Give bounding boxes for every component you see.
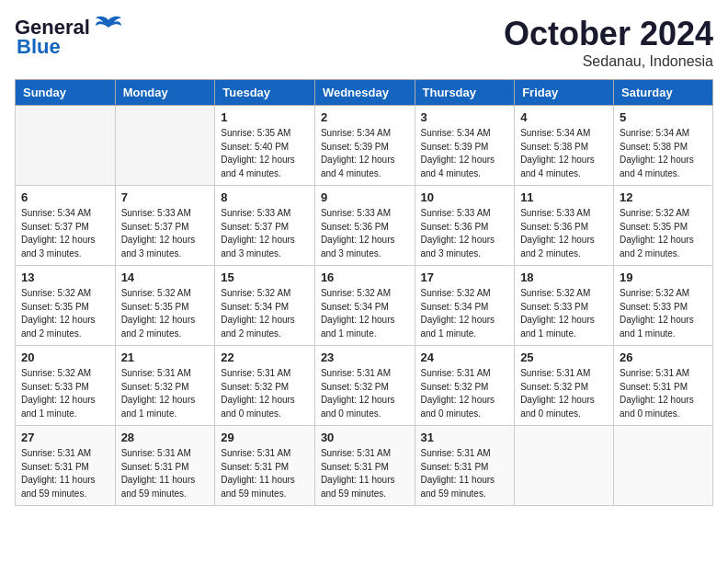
day-number: 12 bbox=[620, 190, 707, 204]
calendar-cell: 5Sunrise: 5:34 AM Sunset: 5:38 PM Daylig… bbox=[614, 106, 713, 186]
calendar-cell: 4Sunrise: 5:34 AM Sunset: 5:38 PM Daylig… bbox=[515, 106, 614, 186]
day-info: Sunrise: 5:31 AM Sunset: 5:31 PM Dayligh… bbox=[221, 447, 309, 500]
calendar-cell: 12Sunrise: 5:32 AM Sunset: 5:35 PM Dayli… bbox=[614, 186, 713, 266]
location-subtitle: Sedanau, Indonesia bbox=[504, 53, 713, 70]
calendar-cell: 7Sunrise: 5:33 AM Sunset: 5:37 PM Daylig… bbox=[115, 186, 215, 266]
day-info: Sunrise: 5:32 AM Sunset: 5:35 PM Dayligh… bbox=[620, 207, 707, 260]
day-number: 19 bbox=[620, 270, 707, 284]
logo: General Blue bbox=[15, 15, 123, 57]
calendar-cell bbox=[515, 426, 614, 506]
day-number: 22 bbox=[221, 350, 309, 364]
day-info: Sunrise: 5:32 AM Sunset: 5:35 PM Dayligh… bbox=[121, 287, 210, 340]
calendar-week-row: 27Sunrise: 5:31 AM Sunset: 5:31 PM Dayli… bbox=[16, 426, 713, 506]
day-info: Sunrise: 5:34 AM Sunset: 5:38 PM Dayligh… bbox=[520, 127, 608, 180]
day-number: 11 bbox=[520, 190, 608, 204]
day-info: Sunrise: 5:31 AM Sunset: 5:31 PM Dayligh… bbox=[121, 447, 210, 500]
day-info: Sunrise: 5:34 AM Sunset: 5:37 PM Dayligh… bbox=[21, 207, 109, 260]
month-title: October 2024 bbox=[504, 15, 713, 53]
day-number: 26 bbox=[620, 350, 707, 364]
day-number: 3 bbox=[421, 110, 509, 124]
day-number: 18 bbox=[520, 270, 608, 284]
day-info: Sunrise: 5:32 AM Sunset: 5:34 PM Dayligh… bbox=[221, 287, 309, 340]
calendar-cell: 14Sunrise: 5:32 AM Sunset: 5:35 PM Dayli… bbox=[115, 266, 215, 346]
calendar-week-row: 1Sunrise: 5:35 AM Sunset: 5:40 PM Daylig… bbox=[16, 106, 713, 186]
calendar-cell bbox=[16, 106, 116, 186]
calendar-cell: 20Sunrise: 5:32 AM Sunset: 5:33 PM Dayli… bbox=[16, 346, 116, 426]
day-info: Sunrise: 5:31 AM Sunset: 5:32 PM Dayligh… bbox=[321, 367, 409, 420]
calendar-cell: 19Sunrise: 5:32 AM Sunset: 5:33 PM Dayli… bbox=[614, 266, 713, 346]
calendar-cell bbox=[115, 106, 215, 186]
calendar-week-row: 20Sunrise: 5:32 AM Sunset: 5:33 PM Dayli… bbox=[16, 346, 713, 426]
calendar-cell: 30Sunrise: 5:31 AM Sunset: 5:31 PM Dayli… bbox=[314, 426, 415, 506]
day-info: Sunrise: 5:32 AM Sunset: 5:33 PM Dayligh… bbox=[520, 287, 608, 340]
weekday-header: Wednesday bbox=[314, 80, 415, 106]
calendar-table: SundayMondayTuesdayWednesdayThursdayFrid… bbox=[15, 79, 713, 506]
day-number: 16 bbox=[321, 270, 409, 284]
calendar-cell: 9Sunrise: 5:33 AM Sunset: 5:36 PM Daylig… bbox=[314, 186, 415, 266]
calendar-cell: 3Sunrise: 5:34 AM Sunset: 5:39 PM Daylig… bbox=[415, 106, 515, 186]
day-number: 4 bbox=[520, 110, 608, 124]
day-info: Sunrise: 5:31 AM Sunset: 5:32 PM Dayligh… bbox=[121, 367, 210, 420]
day-number: 8 bbox=[221, 190, 309, 204]
day-info: Sunrise: 5:34 AM Sunset: 5:39 PM Dayligh… bbox=[321, 127, 409, 180]
calendar-cell: 17Sunrise: 5:32 AM Sunset: 5:34 PM Dayli… bbox=[415, 266, 515, 346]
weekday-header: Saturday bbox=[614, 80, 713, 106]
day-info: Sunrise: 5:31 AM Sunset: 5:31 PM Dayligh… bbox=[421, 447, 509, 500]
logo-bird-icon bbox=[94, 15, 123, 40]
day-number: 17 bbox=[421, 270, 509, 284]
calendar-cell: 29Sunrise: 5:31 AM Sunset: 5:31 PM Dayli… bbox=[215, 426, 315, 506]
calendar-cell: 16Sunrise: 5:32 AM Sunset: 5:34 PM Dayli… bbox=[314, 266, 415, 346]
day-info: Sunrise: 5:31 AM Sunset: 5:31 PM Dayligh… bbox=[21, 447, 109, 500]
day-info: Sunrise: 5:31 AM Sunset: 5:32 PM Dayligh… bbox=[421, 367, 509, 420]
calendar-cell: 25Sunrise: 5:31 AM Sunset: 5:32 PM Dayli… bbox=[515, 346, 614, 426]
day-number: 20 bbox=[21, 350, 109, 364]
calendar-cell: 1Sunrise: 5:35 AM Sunset: 5:40 PM Daylig… bbox=[215, 106, 315, 186]
calendar-cell: 13Sunrise: 5:32 AM Sunset: 5:35 PM Dayli… bbox=[16, 266, 116, 346]
calendar-header-row: SundayMondayTuesdayWednesdayThursdayFrid… bbox=[16, 80, 713, 106]
day-info: Sunrise: 5:31 AM Sunset: 5:31 PM Dayligh… bbox=[321, 447, 409, 500]
day-number: 24 bbox=[421, 350, 509, 364]
calendar-cell: 15Sunrise: 5:32 AM Sunset: 5:34 PM Dayli… bbox=[215, 266, 315, 346]
day-info: Sunrise: 5:33 AM Sunset: 5:36 PM Dayligh… bbox=[421, 207, 509, 260]
weekday-header: Friday bbox=[515, 80, 614, 106]
calendar-cell bbox=[614, 426, 713, 506]
day-number: 9 bbox=[321, 190, 409, 204]
day-info: Sunrise: 5:34 AM Sunset: 5:38 PM Dayligh… bbox=[620, 127, 707, 180]
day-number: 14 bbox=[121, 270, 210, 284]
calendar-cell: 28Sunrise: 5:31 AM Sunset: 5:31 PM Dayli… bbox=[115, 426, 215, 506]
weekday-header: Sunday bbox=[16, 80, 116, 106]
calendar-cell: 11Sunrise: 5:33 AM Sunset: 5:36 PM Dayli… bbox=[515, 186, 614, 266]
day-number: 29 bbox=[221, 431, 309, 444]
day-info: Sunrise: 5:35 AM Sunset: 5:40 PM Dayligh… bbox=[221, 127, 309, 180]
calendar-cell: 31Sunrise: 5:31 AM Sunset: 5:31 PM Dayli… bbox=[415, 426, 515, 506]
title-area: October 2024 Sedanau, Indonesia bbox=[504, 15, 713, 70]
day-info: Sunrise: 5:31 AM Sunset: 5:32 PM Dayligh… bbox=[221, 367, 309, 420]
day-info: Sunrise: 5:32 AM Sunset: 5:33 PM Dayligh… bbox=[620, 287, 707, 340]
day-info: Sunrise: 5:34 AM Sunset: 5:39 PM Dayligh… bbox=[421, 127, 509, 180]
weekday-header: Monday bbox=[115, 80, 215, 106]
day-number: 7 bbox=[121, 190, 210, 204]
calendar-cell: 6Sunrise: 5:34 AM Sunset: 5:37 PM Daylig… bbox=[16, 186, 116, 266]
calendar-week-row: 13Sunrise: 5:32 AM Sunset: 5:35 PM Dayli… bbox=[16, 266, 713, 346]
day-info: Sunrise: 5:33 AM Sunset: 5:36 PM Dayligh… bbox=[520, 207, 608, 260]
day-number: 13 bbox=[21, 270, 109, 284]
day-number: 28 bbox=[121, 431, 210, 444]
day-info: Sunrise: 5:32 AM Sunset: 5:34 PM Dayligh… bbox=[321, 287, 409, 340]
calendar-cell: 10Sunrise: 5:33 AM Sunset: 5:36 PM Dayli… bbox=[415, 186, 515, 266]
day-number: 10 bbox=[421, 190, 509, 204]
day-number: 5 bbox=[620, 110, 707, 124]
day-number: 6 bbox=[21, 190, 109, 204]
day-info: Sunrise: 5:31 AM Sunset: 5:32 PM Dayligh… bbox=[520, 367, 608, 420]
day-number: 1 bbox=[221, 110, 309, 124]
weekday-header: Thursday bbox=[415, 80, 515, 106]
logo-blue-text: Blue bbox=[17, 37, 61, 57]
day-info: Sunrise: 5:32 AM Sunset: 5:35 PM Dayligh… bbox=[21, 287, 109, 340]
calendar-cell: 8Sunrise: 5:33 AM Sunset: 5:37 PM Daylig… bbox=[215, 186, 315, 266]
day-number: 31 bbox=[421, 431, 509, 444]
calendar-cell: 27Sunrise: 5:31 AM Sunset: 5:31 PM Dayli… bbox=[16, 426, 116, 506]
calendar-week-row: 6Sunrise: 5:34 AM Sunset: 5:37 PM Daylig… bbox=[16, 186, 713, 266]
calendar-cell: 21Sunrise: 5:31 AM Sunset: 5:32 PM Dayli… bbox=[115, 346, 215, 426]
day-number: 2 bbox=[321, 110, 409, 124]
day-info: Sunrise: 5:32 AM Sunset: 5:34 PM Dayligh… bbox=[421, 287, 509, 340]
day-number: 15 bbox=[221, 270, 309, 284]
